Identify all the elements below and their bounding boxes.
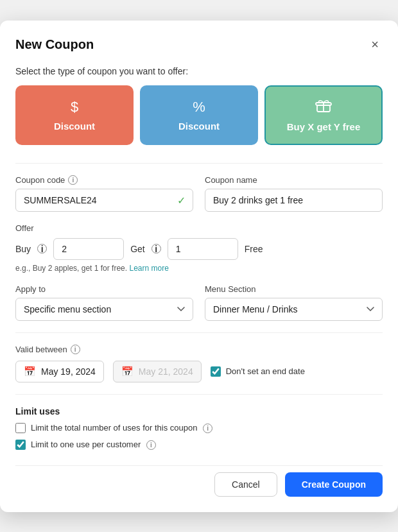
divider-1 [15, 163, 383, 164]
end-date-calendar-icon: 📅 [121, 366, 134, 377]
coupon-code-valid-icon: ✓ [177, 194, 186, 206]
total-limit-row: Limit the total number of uses for this … [15, 423, 383, 433]
start-date-text: May 19, 2024 [41, 366, 96, 377]
get-info-icon[interactable]: i [151, 244, 161, 253]
valid-between-section: Valid between i 📅 May 19, 2024 📅 May 21,… [15, 345, 383, 382]
limit-uses-title: Limit uses [15, 406, 383, 416]
coupon-type-buy-x-get-y[interactable]: Buy X get Y free [264, 85, 383, 145]
create-coupon-button[interactable]: Create Coupon [285, 472, 383, 497]
coupon-code-input-wrap: ✓ [15, 189, 193, 212]
offer-label: Offer [15, 223, 383, 233]
limit-uses-section: Limit uses Limit the total number of use… [15, 406, 383, 450]
total-limit-label[interactable]: Limit the total number of uses for this … [31, 423, 212, 433]
coupon-code-name-row: Coupon code i ✓ Coupon name [15, 175, 383, 212]
gift-icon [315, 98, 332, 116]
close-button[interactable]: × [367, 36, 383, 53]
per-customer-label[interactable]: Limit to one use per customer i [31, 440, 156, 450]
total-limit-info-icon[interactable]: i [203, 424, 212, 433]
total-limit-checkbox[interactable] [15, 423, 26, 433]
no-end-date-label[interactable]: Don't set an end date [226, 366, 305, 376]
valid-between-label: Valid between i [15, 345, 383, 354]
modal-header: New Coupon × [15, 36, 383, 53]
dollar-discount-label: Discount [54, 121, 95, 132]
modal-footer: Cancel Create Coupon [15, 465, 383, 497]
coupon-code-input[interactable] [15, 189, 193, 212]
menu-section-group: Menu Section Dinner Menu / Drinks [205, 284, 383, 321]
apply-to-select[interactable]: Specific menu section [15, 298, 193, 321]
coupon-code-info-icon[interactable]: i [68, 175, 78, 185]
coupon-name-label: Coupon name [205, 175, 383, 185]
learn-more-link[interactable]: Learn more [129, 264, 168, 273]
coupon-code-label: Coupon code i [15, 175, 193, 185]
offer-hint: e.g., Buy 2 apples, get 1 for free. Lear… [15, 264, 383, 273]
start-date-input[interactable]: 📅 May 19, 2024 [15, 361, 104, 382]
cancel-button[interactable]: Cancel [214, 472, 277, 497]
per-customer-checkbox[interactable] [15, 440, 26, 450]
coupon-code-group: Coupon code i ✓ [15, 175, 193, 212]
percent-discount-label: Discount [178, 121, 220, 132]
free-label: Free [245, 244, 263, 254]
date-row: 📅 May 19, 2024 📅 May 21, 2024 Don't set … [15, 361, 383, 382]
no-end-date-row: Don't set an end date [211, 366, 305, 377]
coupon-name-group: Coupon name [205, 175, 383, 212]
offer-row: Buy i Get i Free [15, 238, 383, 260]
new-coupon-modal: New Coupon × Select the type of coupon y… [0, 21, 398, 512]
end-date-input[interactable]: 📅 May 21, 2024 [113, 361, 202, 382]
dollar-icon: $ [71, 99, 78, 116]
buy-value-input[interactable] [53, 238, 124, 260]
get-value-input[interactable] [168, 238, 238, 260]
buy-label: Buy [15, 244, 31, 254]
end-date-text: May 21, 2024 [139, 366, 193, 377]
divider-3 [15, 394, 383, 395]
buy-info-icon[interactable]: i [37, 244, 47, 253]
coupon-name-input[interactable] [205, 189, 383, 212]
modal-title: New Coupon [15, 37, 94, 52]
per-customer-info-icon[interactable]: i [146, 440, 156, 450]
offer-section: Offer Buy i Get i Free e.g., Buy 2 apple… [15, 223, 383, 273]
per-customer-row: Limit to one use per customer i [15, 440, 383, 450]
apply-menu-row: Apply to Specific menu section Menu Sect… [15, 284, 383, 321]
menu-section-label: Menu Section [205, 284, 383, 294]
valid-between-info-icon[interactable]: i [71, 345, 80, 354]
limit-checks: Limit the total number of uses for this … [15, 423, 383, 450]
buy-x-get-y-label: Buy X get Y free [287, 121, 361, 132]
coupon-type-percent-discount[interactable]: % Discount [140, 85, 258, 145]
percent-icon: % [193, 99, 205, 116]
start-date-calendar-icon: 📅 [24, 366, 36, 377]
divider-2 [15, 332, 383, 333]
coupon-type-dollar-discount[interactable]: $ Discount [15, 85, 134, 145]
type-selector-label: Select the type of coupon you want to of… [15, 66, 383, 76]
apply-to-group: Apply to Specific menu section [15, 284, 193, 321]
menu-section-select[interactable]: Dinner Menu / Drinks [205, 298, 383, 321]
get-label: Get [130, 244, 145, 254]
coupon-type-selector: $ Discount % Discount Buy X get Y free [15, 85, 383, 145]
apply-to-label: Apply to [15, 284, 193, 294]
no-end-date-checkbox[interactable] [211, 366, 221, 377]
